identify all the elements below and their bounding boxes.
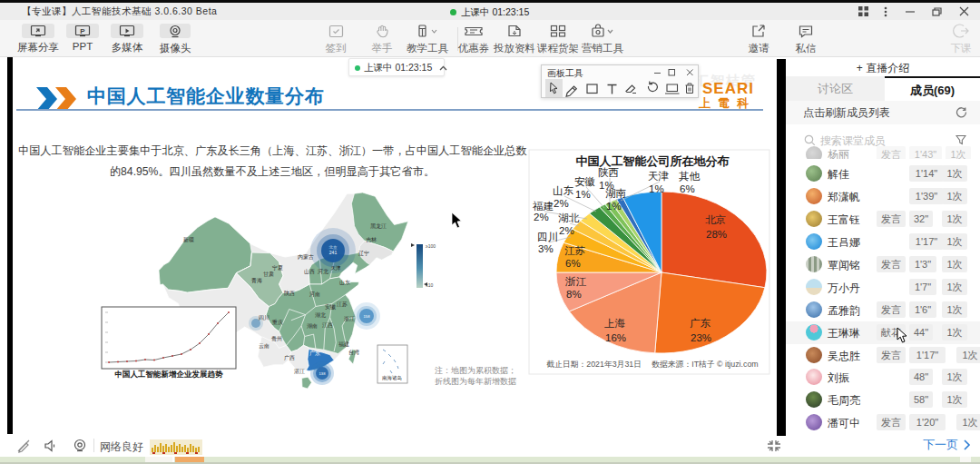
svg-text:北京: 北京 — [705, 214, 726, 225]
svg-text:新疆: 新疆 — [183, 236, 194, 243]
svg-text:2%: 2% — [559, 225, 574, 236]
svg-text:158: 158 — [364, 314, 371, 319]
svg-text:天津: 天津 — [648, 171, 670, 182]
svg-text:湖南: 湖南 — [605, 188, 626, 199]
svg-text:折线图为每年新增数据: 折线图为每年新增数据 — [435, 377, 516, 386]
svg-text:江苏: 江苏 — [337, 301, 348, 307]
svg-text:天津: 天津 — [331, 265, 342, 271]
svg-text:浙江: 浙江 — [344, 316, 355, 321]
svg-text:截止日期：2021年3月31日 数据来源：IT桔子 © i: 截止日期：2021年3月31日 数据来源：IT桔子 © itjuzi.com — [546, 360, 758, 369]
svg-text:P: P — [80, 27, 85, 35]
svg-text:≥100: ≥100 — [426, 243, 436, 249]
svg-text:山西: 山西 — [304, 269, 315, 275]
svg-text:黑龙江: 黑龙江 — [370, 223, 387, 229]
svg-text:广东: 广东 — [690, 318, 711, 329]
svg-text:江苏: 江苏 — [564, 245, 586, 256]
svg-text:中国人工智能新增企业发展趋势: 中国人工智能新增企业发展趋势 — [115, 370, 224, 379]
svg-text:湖南: 湖南 — [307, 323, 318, 329]
svg-text:中国人工智能公司所在地分布: 中国人工智能公司所在地分布 — [576, 154, 730, 168]
svg-text:北京: 北京 — [329, 245, 338, 250]
svg-text:2%: 2% — [554, 198, 569, 209]
svg-text:陕西: 陕西 — [598, 167, 619, 178]
svg-text:浙江: 浙江 — [564, 276, 587, 287]
svg-text:上海: 上海 — [604, 318, 626, 329]
svg-text:河北: 河北 — [318, 268, 328, 275]
svg-text:内蒙古: 内蒙古 — [298, 254, 314, 261]
svg-text:重庆: 重庆 — [271, 319, 283, 325]
svg-text:安徽: 安徽 — [325, 303, 336, 311]
svg-text:吉林: 吉林 — [366, 237, 377, 243]
svg-text:四川: 四川 — [537, 232, 558, 242]
svg-text:6%: 6% — [565, 258, 581, 269]
svg-text:8%: 8% — [566, 289, 582, 300]
svg-text:16%: 16% — [605, 332, 626, 343]
svg-text:山东: 山东 — [339, 279, 350, 285]
svg-text:23%: 23% — [691, 332, 711, 343]
svg-text:广西: 广西 — [284, 355, 295, 361]
svg-text:28%: 28% — [706, 229, 727, 240]
svg-text:甘肃: 甘肃 — [263, 271, 274, 277]
svg-text:138: 138 — [319, 371, 327, 376]
svg-text:6%: 6% — [680, 183, 695, 194]
svg-text:注：地图为累积数据；: 注：地图为累积数据； — [435, 366, 516, 375]
svg-text:≤10: ≤10 — [426, 282, 434, 288]
svg-text:江西: 江西 — [322, 322, 333, 329]
svg-text:山东: 山东 — [553, 185, 574, 196]
svg-text:湛江: 湛江 — [294, 369, 305, 374]
svg-text:台湾: 台湾 — [348, 349, 359, 356]
svg-text:安徽: 安徽 — [574, 176, 595, 187]
svg-text:1%: 1% — [575, 189, 591, 200]
svg-text:河南: 河南 — [309, 291, 320, 297]
svg-text:其他: 其他 — [679, 171, 701, 182]
svg-text:宁夏: 宁夏 — [272, 264, 283, 271]
svg-text:陕西: 陕西 — [284, 290, 295, 297]
svg-text:南海诸岛: 南海诸岛 — [382, 375, 402, 381]
svg-text:1%: 1% — [606, 201, 622, 212]
svg-text:福建: 福建 — [533, 201, 554, 212]
svg-text:青海: 青海 — [251, 278, 262, 283]
svg-text:四川: 四川 — [259, 315, 270, 321]
svg-text:3%: 3% — [538, 243, 554, 254]
svg-text:湖北: 湖北 — [315, 311, 326, 319]
svg-text:广东: 广东 — [309, 350, 320, 356]
svg-text:贵州: 贵州 — [271, 336, 282, 342]
svg-text:福建: 福建 — [338, 341, 349, 348]
svg-text:2%: 2% — [534, 212, 549, 222]
svg-text:辽宁: 辽宁 — [358, 250, 369, 256]
svg-text:1%: 1% — [649, 183, 664, 194]
svg-text:云南: 云南 — [259, 343, 270, 349]
svg-text:241: 241 — [329, 250, 338, 255]
